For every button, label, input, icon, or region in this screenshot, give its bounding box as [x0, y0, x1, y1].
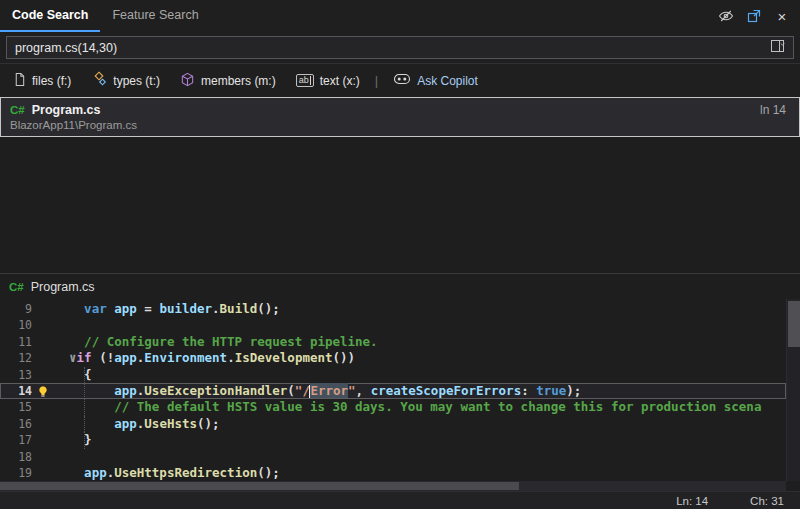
line-number[interactable]: 19 — [0, 465, 32, 481]
indent-guide — [84, 399, 85, 415]
filter-separator: | — [375, 73, 378, 88]
code-token-punct: ); — [566, 383, 581, 398]
glyph-margin — [32, 399, 54, 415]
code-token-punct — [54, 465, 84, 480]
indent-guide — [84, 367, 85, 383]
result-row: C# Program.cs ln 14 — [10, 101, 790, 118]
line-number[interactable]: 13 — [0, 367, 32, 383]
search-box[interactable] — [6, 36, 794, 59]
code-token-control: if — [77, 350, 92, 365]
code-text: var app = builder.Build(); — [54, 301, 786, 317]
code-token-punct — [54, 334, 84, 349]
code-token-ident: app — [114, 416, 137, 431]
code-line[interactable]: 16 app.UseHsts(); — [0, 416, 786, 432]
code-line[interactable]: 17 } — [0, 432, 786, 448]
line-number[interactable]: 18 — [0, 449, 32, 465]
scrollbar-corner — [786, 481, 800, 491]
code-token-method: UseHsts — [144, 416, 197, 431]
filter-text-button[interactable]: ab text (x:) — [287, 70, 369, 92]
glyph-margin — [32, 334, 54, 350]
code-token-method: UseHttpsRedirection — [114, 465, 257, 480]
code-line[interactable]: 13 { — [0, 367, 786, 383]
code-line[interactable]: 11 // Configure the HTTP request pipelin… — [0, 334, 786, 350]
filter-members-button[interactable]: members (m:) — [171, 68, 285, 94]
code-text — [54, 449, 786, 465]
preview-header: C# Program.cs — [0, 273, 800, 299]
line-number[interactable]: 11 — [0, 334, 32, 350]
code-line[interactable]: 12 ∨if (!app.Environment.IsDevelopment()… — [0, 350, 786, 366]
ask-copilot-button[interactable]: Ask Copilot — [384, 69, 487, 92]
code-line[interactable]: 9 var app = builder.Build(); — [0, 301, 786, 317]
line-number[interactable]: 12 — [0, 350, 32, 366]
tab-feature-search[interactable]: Feature Search — [100, 0, 210, 32]
line-number[interactable]: 9 — [0, 301, 32, 317]
code-token-punct: { — [54, 367, 92, 382]
code-text: ∨if (!app.Environment.IsDevelopment()) — [54, 350, 786, 366]
code-token-punct: = — [137, 301, 160, 316]
horizontal-scrollbar[interactable] — [0, 481, 786, 491]
filter-files-button[interactable]: files (f:) — [4, 68, 80, 94]
code-token-punct: ( — [287, 383, 295, 398]
code-token-string: "/ — [295, 383, 310, 398]
code-line-current[interactable]: 14 app.UseExceptionHandler("/Error", cre… — [0, 383, 786, 399]
text-match-icon: ab — [296, 74, 314, 87]
line-number[interactable]: 14 — [0, 383, 32, 399]
code-token-ident: app — [84, 465, 107, 480]
code-text: { — [54, 367, 786, 383]
result-item-program-cs[interactable]: C# Program.cs ln 14 BlazorApp11\Program.… — [0, 97, 800, 137]
horizontal-scrollbar-thumb[interactable] — [0, 482, 519, 490]
preview-title: Program.cs — [31, 280, 95, 294]
code-line[interactable]: 19 app.UseHttpsRedirection(); — [0, 465, 786, 481]
tab-bar: Code Search Feature Search × — [0, 0, 800, 32]
indent-guide — [84, 432, 85, 448]
tabbar-spacer — [211, 0, 718, 32]
line-number[interactable]: 15 — [0, 399, 32, 415]
line-number[interactable]: 16 — [0, 416, 32, 432]
filter-types-button[interactable]: types (t:) — [82, 67, 169, 94]
code-text: // The default HSTS value is 30 days. Yo… — [54, 399, 786, 415]
search-input[interactable] — [15, 41, 770, 55]
code-line[interactable]: 10 — [0, 317, 786, 333]
code-token-method: UseExceptionHandler — [144, 383, 287, 398]
code-token-punct — [54, 301, 84, 316]
close-icon[interactable]: × — [774, 8, 790, 24]
filter-members-label: members (m:) — [201, 74, 276, 88]
code-token-param: createScopeForErrors — [371, 383, 522, 398]
code-token-ident: Environment — [144, 350, 227, 365]
tab-code-search-label: Code Search — [12, 8, 88, 22]
preview-layout-icon[interactable] — [770, 39, 787, 57]
code-token-ident: builder — [159, 301, 212, 316]
code-text: app.UseExceptionHandler("/Error", create… — [54, 383, 786, 399]
tab-code-search[interactable]: Code Search — [0, 0, 100, 32]
code-line[interactable]: 15 // The default HSTS value is 30 days.… — [0, 399, 786, 415]
vertical-scrollbar-thumb[interactable] — [788, 301, 800, 347]
indent-guide — [84, 383, 85, 399]
code-token-punct: } — [54, 432, 92, 447]
lightbulb-icon[interactable] — [32, 383, 54, 399]
line-number[interactable]: 17 — [0, 432, 32, 448]
preview-eye-off-icon[interactable] — [718, 8, 734, 24]
code-token-punct: . — [212, 301, 220, 316]
code-search-window: Code Search Feature Search × — [0, 0, 800, 509]
glyph-margin — [32, 449, 54, 465]
ask-copilot-label: Ask Copilot — [417, 74, 478, 88]
line-number[interactable]: 10 — [0, 317, 32, 333]
glyph-margin — [32, 416, 54, 432]
filter-files-label: files (f:) — [32, 74, 71, 88]
code-editor-preview[interactable]: 9 var app = builder.Build();1011 // Conf… — [0, 299, 800, 491]
code-token-method: Build — [220, 301, 258, 316]
code-token-ident: app — [114, 301, 137, 316]
popout-window-icon[interactable] — [746, 8, 762, 24]
code-token-punct: (); — [257, 301, 280, 316]
code-token-method: IsDevelopment — [235, 350, 333, 365]
code-line[interactable]: 18 — [0, 449, 786, 465]
code-text: } — [54, 432, 786, 448]
tab-feature-search-label: Feature Search — [112, 8, 198, 22]
members-cube-icon — [180, 72, 195, 90]
csharp-file-icon: C# — [9, 281, 24, 293]
glyph-margin — [32, 301, 54, 317]
code-token-string: " — [348, 383, 356, 398]
status-line-number: Ln: 14 — [676, 495, 708, 507]
vertical-scrollbar[interactable] — [786, 299, 800, 481]
types-icon — [91, 71, 107, 90]
